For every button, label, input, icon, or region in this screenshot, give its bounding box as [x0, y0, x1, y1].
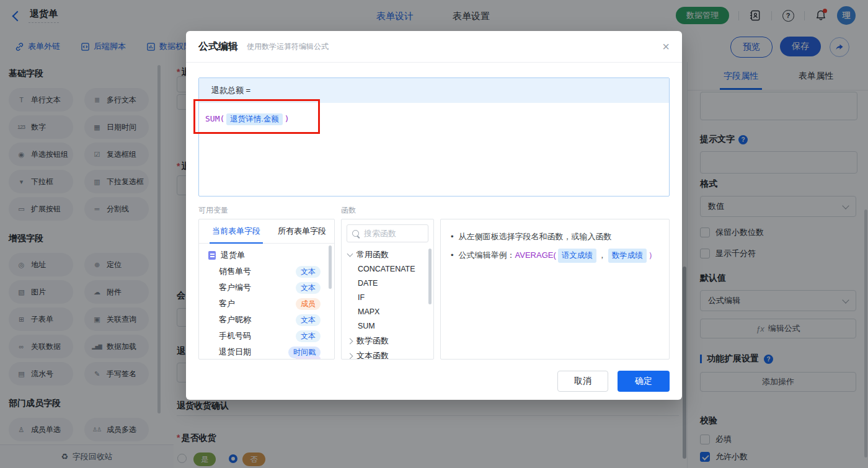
- field-chip: 数学成绩: [608, 249, 647, 263]
- chevron-down-icon: [347, 251, 353, 257]
- type-tag: 文本: [296, 282, 321, 294]
- formula-expression[interactable]: SUM(退货详情.金额): [199, 103, 669, 136]
- close-icon[interactable]: ×: [662, 40, 670, 53]
- function-group-math[interactable]: 数学函数: [342, 333, 433, 348]
- function-token: AVERAGE(: [515, 250, 556, 260]
- clipped-tag-fragment: [296, 356, 321, 359]
- tip-line-example: • 公式编辑举例：AVERAGE(语文成绩，数学成绩）: [451, 249, 659, 263]
- form-tree-root[interactable]: 退货单: [199, 247, 334, 263]
- type-tag: 文本: [296, 330, 321, 342]
- variable-row[interactable]: 客户编号文本: [199, 280, 334, 296]
- function-item[interactable]: MAPX: [342, 305, 433, 319]
- functions-panel: 常用函数 CONCATENATE DATE IF MAPX SUM 数学函数: [341, 219, 434, 360]
- functions-label: 函数: [341, 205, 434, 219]
- dialog-subtitle: 使用数学运算符编辑公式: [247, 42, 329, 52]
- formula-target-bar: 退款总额 =: [199, 78, 669, 103]
- type-tag: 成员: [296, 298, 321, 310]
- paren-token: ): [285, 114, 290, 123]
- form-doc-icon: [208, 251, 216, 260]
- function-token: SUM(: [205, 114, 224, 123]
- function-group-common[interactable]: 常用函数: [342, 247, 433, 262]
- dialog-title: 公式编辑: [198, 40, 238, 53]
- field-chip: 语文成绩: [558, 249, 596, 263]
- type-tag: 文本: [296, 266, 321, 278]
- chevron-right-icon: [347, 338, 353, 344]
- tips-panel: • 从左侧面板选择字段名和函数，或输入函数 • 公式编辑举例：AVERAGE(语…: [440, 219, 670, 360]
- field-chip: 退货详情.金额: [226, 113, 282, 125]
- chevron-right-icon: [347, 353, 353, 359]
- type-tag: 文本: [296, 314, 321, 326]
- variable-row[interactable]: 手机号码文本: [199, 328, 334, 344]
- dialog-header: 公式编辑 使用数学运算符编辑公式 ×: [186, 31, 682, 63]
- tip-line: • 从左侧面板选择字段名和函数，或输入函数: [451, 230, 659, 243]
- function-item[interactable]: IF: [342, 291, 433, 305]
- formula-editor[interactable]: 退款总额 = SUM(退货详情.金额): [198, 77, 670, 196]
- function-search-box[interactable]: [347, 224, 428, 242]
- variable-row[interactable]: 客户昵称文本: [199, 312, 334, 328]
- variables-scrollbar[interactable]: [329, 245, 332, 289]
- functions-scrollbar[interactable]: [428, 249, 432, 304]
- variables-panel: 当前表单字段 所有表单字段 退货单 销售单号文本 客户编号文本 客户成员 客户昵…: [198, 219, 335, 360]
- variable-row[interactable]: 销售单号文本: [199, 263, 334, 280]
- app-window: 退货单 表单设计 表单设置 数据管理 ?: [0, 0, 868, 468]
- variable-row[interactable]: 客户成员: [199, 296, 334, 312]
- function-search-input[interactable]: [363, 228, 421, 239]
- function-item[interactable]: CONCATENATE: [342, 262, 433, 276]
- cancel-button[interactable]: 取消: [557, 371, 608, 392]
- confirm-button[interactable]: 确定: [618, 371, 670, 392]
- tab-all-form-fields[interactable]: 所有表单字段: [278, 226, 326, 237]
- function-item[interactable]: DATE: [342, 276, 433, 291]
- variables-label: 可用变量: [198, 205, 335, 219]
- function-group-text[interactable]: 文本函数: [342, 348, 433, 360]
- tab-current-form-fields[interactable]: 当前表单字段: [212, 226, 260, 237]
- formula-editor-dialog: 公式编辑 使用数学运算符编辑公式 × 退款总额 = SUM(退货详情.金额) 可…: [186, 31, 682, 400]
- search-icon: [352, 230, 359, 237]
- function-item[interactable]: SUM: [342, 319, 433, 333]
